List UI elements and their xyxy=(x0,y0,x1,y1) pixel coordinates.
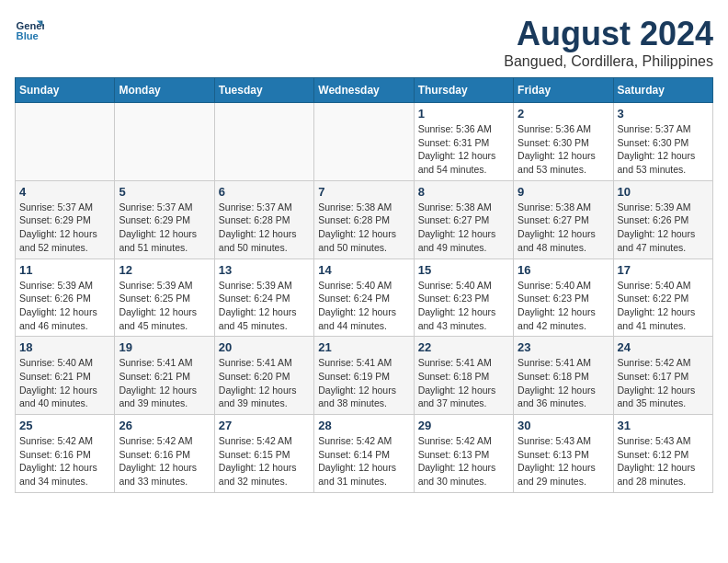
calendar-cell: 13Sunrise: 5:39 AM Sunset: 6:24 PM Dayli… xyxy=(214,259,313,337)
day-number: 15 xyxy=(418,263,509,277)
calendar-cell: 14Sunrise: 5:40 AM Sunset: 6:24 PM Dayli… xyxy=(314,259,414,337)
week-row-0: 1Sunrise: 5:36 AM Sunset: 6:31 PM Daylig… xyxy=(16,103,713,181)
calendar-cell: 18Sunrise: 5:40 AM Sunset: 6:21 PM Dayli… xyxy=(16,337,115,415)
day-header-tuesday: Tuesday xyxy=(214,78,313,103)
day-info: Sunrise: 5:42 AM Sunset: 6:16 PM Dayligh… xyxy=(19,434,110,488)
calendar-cell: 5Sunrise: 5:37 AM Sunset: 6:29 PM Daylig… xyxy=(115,180,214,259)
day-info: Sunrise: 5:40 AM Sunset: 6:24 PM Dayligh… xyxy=(318,279,409,333)
day-number: 17 xyxy=(618,263,709,277)
day-header-friday: Friday xyxy=(514,78,613,103)
calendar-cell: 26Sunrise: 5:42 AM Sunset: 6:16 PM Dayli… xyxy=(115,415,214,493)
calendar-cell: 31Sunrise: 5:43 AM Sunset: 6:12 PM Dayli… xyxy=(613,415,712,493)
day-number: 31 xyxy=(618,419,709,432)
day-number: 25 xyxy=(19,419,110,432)
day-info: Sunrise: 5:43 AM Sunset: 6:13 PM Dayligh… xyxy=(518,434,609,488)
svg-text:Blue: Blue xyxy=(17,30,39,41)
day-info: Sunrise: 5:41 AM Sunset: 6:20 PM Dayligh… xyxy=(219,356,310,410)
calendar-cell: 19Sunrise: 5:41 AM Sunset: 6:21 PM Dayli… xyxy=(115,337,214,415)
calendar-cell: 7Sunrise: 5:38 AM Sunset: 6:28 PM Daylig… xyxy=(314,180,414,259)
calendar-cell: 22Sunrise: 5:41 AM Sunset: 6:18 PM Dayli… xyxy=(414,337,513,415)
calendar-cell xyxy=(16,103,115,181)
day-number: 8 xyxy=(418,185,509,199)
day-number: 19 xyxy=(119,340,210,354)
day-number: 26 xyxy=(119,419,210,432)
day-header-wednesday: Wednesday xyxy=(314,78,414,103)
calendar-cell: 16Sunrise: 5:40 AM Sunset: 6:23 PM Dayli… xyxy=(514,259,613,337)
calendar-cell: 10Sunrise: 5:39 AM Sunset: 6:26 PM Dayli… xyxy=(613,180,712,259)
calendar-cell: 9Sunrise: 5:38 AM Sunset: 6:27 PM Daylig… xyxy=(514,180,613,259)
day-info: Sunrise: 5:41 AM Sunset: 6:21 PM Dayligh… xyxy=(119,356,210,410)
day-number: 3 xyxy=(618,107,709,121)
calendar-cell: 28Sunrise: 5:42 AM Sunset: 6:14 PM Dayli… xyxy=(314,415,414,493)
calendar-cell: 15Sunrise: 5:40 AM Sunset: 6:23 PM Dayli… xyxy=(414,259,513,337)
day-number: 28 xyxy=(318,419,409,432)
day-header-sunday: Sunday xyxy=(16,78,115,103)
day-header-thursday: Thursday xyxy=(414,78,513,103)
calendar-cell: 17Sunrise: 5:40 AM Sunset: 6:22 PM Dayli… xyxy=(613,259,712,337)
logo-icon: General Blue xyxy=(15,15,44,44)
calendar-cell: 3Sunrise: 5:37 AM Sunset: 6:30 PM Daylig… xyxy=(613,103,712,181)
calendar-cell: 30Sunrise: 5:43 AM Sunset: 6:13 PM Dayli… xyxy=(514,415,613,493)
day-number: 18 xyxy=(19,340,110,354)
day-number: 12 xyxy=(119,263,210,277)
day-info: Sunrise: 5:40 AM Sunset: 6:23 PM Dayligh… xyxy=(418,279,509,333)
day-number: 22 xyxy=(418,340,509,354)
calendar-cell: 6Sunrise: 5:37 AM Sunset: 6:28 PM Daylig… xyxy=(214,180,313,259)
calendar-cell: 27Sunrise: 5:42 AM Sunset: 6:15 PM Dayli… xyxy=(214,415,313,493)
logo: General Blue xyxy=(15,15,44,44)
day-number: 14 xyxy=(318,263,409,277)
day-number: 5 xyxy=(119,185,210,199)
day-number: 29 xyxy=(418,419,509,432)
calendar-cell: 1Sunrise: 5:36 AM Sunset: 6:31 PM Daylig… xyxy=(414,103,513,181)
month-title: August 2024 xyxy=(504,15,713,53)
day-number: 23 xyxy=(518,340,609,354)
calendar-cell: 23Sunrise: 5:41 AM Sunset: 6:18 PM Dayli… xyxy=(514,337,613,415)
day-info: Sunrise: 5:36 AM Sunset: 6:30 PM Dayligh… xyxy=(518,122,609,177)
week-row-4: 25Sunrise: 5:42 AM Sunset: 6:16 PM Dayli… xyxy=(16,415,713,493)
day-number: 10 xyxy=(618,185,709,199)
day-info: Sunrise: 5:38 AM Sunset: 6:27 PM Dayligh… xyxy=(518,201,609,255)
day-number: 24 xyxy=(618,340,709,354)
day-number: 9 xyxy=(518,185,609,199)
calendar-cell: 2Sunrise: 5:36 AM Sunset: 6:30 PM Daylig… xyxy=(514,103,613,181)
day-number: 4 xyxy=(19,185,110,199)
day-info: Sunrise: 5:37 AM Sunset: 6:29 PM Dayligh… xyxy=(19,201,110,255)
day-header-saturday: Saturday xyxy=(613,78,712,103)
day-info: Sunrise: 5:41 AM Sunset: 6:19 PM Dayligh… xyxy=(318,356,409,410)
day-info: Sunrise: 5:40 AM Sunset: 6:21 PM Dayligh… xyxy=(19,356,110,410)
location-title: Bangued, Cordillera, Philippines xyxy=(504,53,713,70)
day-number: 2 xyxy=(518,107,609,121)
calendar-cell: 11Sunrise: 5:39 AM Sunset: 6:26 PM Dayli… xyxy=(16,259,115,337)
day-number: 1 xyxy=(418,107,509,121)
header: General Blue August 2024 Bangued, Cordil… xyxy=(15,15,713,70)
day-info: Sunrise: 5:39 AM Sunset: 6:26 PM Dayligh… xyxy=(618,201,709,255)
day-info: Sunrise: 5:39 AM Sunset: 6:26 PM Dayligh… xyxy=(19,279,110,333)
day-number: 20 xyxy=(219,340,310,354)
day-info: Sunrise: 5:41 AM Sunset: 6:18 PM Dayligh… xyxy=(518,356,609,410)
day-info: Sunrise: 5:36 AM Sunset: 6:31 PM Dayligh… xyxy=(418,122,509,177)
week-row-1: 4Sunrise: 5:37 AM Sunset: 6:29 PM Daylig… xyxy=(16,180,713,259)
day-info: Sunrise: 5:42 AM Sunset: 6:16 PM Dayligh… xyxy=(119,434,210,488)
day-info: Sunrise: 5:39 AM Sunset: 6:25 PM Dayligh… xyxy=(119,279,210,333)
day-number: 30 xyxy=(518,419,609,432)
day-header-monday: Monday xyxy=(115,78,214,103)
day-info: Sunrise: 5:37 AM Sunset: 6:30 PM Dayligh… xyxy=(618,122,709,177)
calendar-cell xyxy=(115,103,214,181)
calendar-cell: 25Sunrise: 5:42 AM Sunset: 6:16 PM Dayli… xyxy=(16,415,115,493)
calendar-table: SundayMondayTuesdayWednesdayThursdayFrid… xyxy=(15,77,713,493)
calendar-cell: 20Sunrise: 5:41 AM Sunset: 6:20 PM Dayli… xyxy=(214,337,313,415)
day-info: Sunrise: 5:42 AM Sunset: 6:13 PM Dayligh… xyxy=(418,434,509,488)
day-number: 21 xyxy=(318,340,409,354)
day-number: 27 xyxy=(219,419,310,432)
day-info: Sunrise: 5:38 AM Sunset: 6:28 PM Dayligh… xyxy=(318,201,409,255)
day-info: Sunrise: 5:42 AM Sunset: 6:17 PM Dayligh… xyxy=(618,356,709,410)
calendar-cell: 4Sunrise: 5:37 AM Sunset: 6:29 PM Daylig… xyxy=(16,180,115,259)
day-info: Sunrise: 5:38 AM Sunset: 6:27 PM Dayligh… xyxy=(418,201,509,255)
day-info: Sunrise: 5:41 AM Sunset: 6:18 PM Dayligh… xyxy=(418,356,509,410)
day-info: Sunrise: 5:43 AM Sunset: 6:12 PM Dayligh… xyxy=(618,434,709,488)
calendar-cell: 29Sunrise: 5:42 AM Sunset: 6:13 PM Dayli… xyxy=(414,415,513,493)
calendar-cell: 24Sunrise: 5:42 AM Sunset: 6:17 PM Dayli… xyxy=(613,337,712,415)
title-area: August 2024 Bangued, Cordillera, Philipp… xyxy=(504,15,713,70)
calendar-cell: 12Sunrise: 5:39 AM Sunset: 6:25 PM Dayli… xyxy=(115,259,214,337)
day-info: Sunrise: 5:37 AM Sunset: 6:29 PM Dayligh… xyxy=(119,201,210,255)
